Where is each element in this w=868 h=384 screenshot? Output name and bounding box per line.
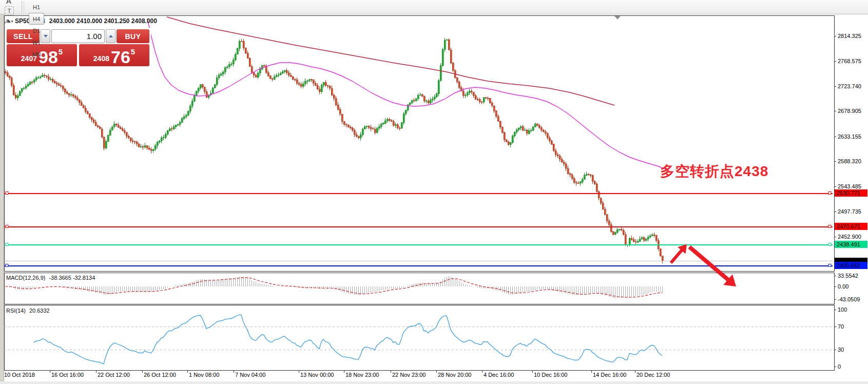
buy-price-handle: 2408 — [93, 54, 109, 63]
time-axis-label: 13 Nov 00:00 — [300, 372, 334, 378]
buy-price-pip: 5 — [131, 47, 135, 56]
macd-indicator-label: MACD(12,26,9)-38.3665 -32.8134 — [6, 275, 99, 281]
price-label: 2438.491 — [837, 241, 860, 247]
pane-border — [5, 273, 835, 304]
price-axis-tick: 2723.740 — [838, 83, 861, 89]
time-axis-label: 28 Nov 20:00 — [438, 372, 471, 378]
price-label: 2530.771 — [837, 190, 860, 196]
time-axis-label: 4 Dec 16:00 — [484, 372, 514, 378]
macd-axis-label: -43.0509 — [838, 296, 860, 302]
price-label: 2470.671 — [837, 223, 860, 229]
sell-price-pip: 5 — [59, 47, 63, 56]
time-axis-label: 18 Nov 23:00 — [345, 372, 379, 378]
level-handle[interactable] — [6, 225, 8, 228]
dropdown-caret-icon: ▼ — [10, 20, 14, 23]
time-axis-label: 22 Oct 12:00 — [98, 372, 130, 378]
price-axis-tick: 2678.905 — [838, 108, 861, 114]
toolbar-icon-group: FAT↗▼ — [2, 0, 16, 27]
window-bottom-edge — [0, 381, 868, 384]
rsi-axis-label: 70 — [838, 323, 844, 330]
trend-arrow-shaft[interactable] — [689, 247, 729, 280]
price-axis-tick: 2768.575 — [838, 58, 861, 64]
level-handle[interactable] — [828, 264, 831, 267]
timeframe-w1[interactable]: W1 — [29, 36, 44, 48]
text-box-icon[interactable]: T — [5, 6, 14, 15]
level-handle[interactable] — [828, 192, 831, 195]
main-toolbar: FAT↗▼ M1M5M15M30H1H4D1W1MN — [0, 0, 868, 14]
volume-increase-button[interactable] — [106, 29, 115, 43]
chart-shift-marker-icon[interactable] — [614, 16, 621, 20]
level-handle[interactable] — [828, 243, 831, 246]
price-label: 2400.662 — [837, 262, 860, 268]
rsi-name: RSI(14) — [6, 308, 26, 314]
text-label-icon[interactable]: A — [3, 0, 15, 6]
macd-axis-label: 33.5542 — [838, 273, 858, 279]
time-axis-label: 26 Oct 12:00 — [144, 372, 176, 378]
macd-axis-label: 0.00 — [838, 283, 848, 290]
price-axis-tick: 2452.900 — [838, 234, 861, 240]
pane-border — [5, 305, 835, 371]
level-handle[interactable] — [6, 192, 8, 195]
price-axis-tick: 2633.155 — [838, 133, 861, 140]
buy-price-big: 76 — [111, 49, 130, 65]
one-click-trade-panel: SELL BUY 2407 98 5 2408 76 5 — [5, 28, 151, 68]
rsi-axis-label: 100 — [838, 306, 847, 313]
time-axis-label: 22 Nov 23:00 — [392, 372, 426, 378]
macd-name: MACD(12,26,9) — [6, 275, 45, 281]
timeframe-h4[interactable]: H4 — [29, 13, 44, 25]
rsi-indicator-label: RSI(14)20.6332 — [6, 308, 53, 314]
timeframe-toolbar: M1M5M15M30H1H4D1W1MN — [28, 0, 45, 60]
time-axis-label: 10 Dec 16:00 — [534, 372, 567, 378]
price-axis-tick: 2543.485 — [838, 183, 861, 189]
volume-input[interactable] — [51, 29, 105, 43]
macd-values: -38.3665 -32.8134 — [49, 275, 95, 281]
up-arrow-icon — [109, 35, 113, 37]
rsi-axis-label: 30 — [838, 347, 844, 353]
macd-histogram — [6, 276, 663, 298]
candlestick-series — [5, 38, 663, 263]
price-axis-tick: 2588.320 — [838, 158, 861, 164]
level-handle[interactable] — [828, 225, 831, 228]
timeframe-d1[interactable]: D1 — [29, 25, 44, 36]
time-axis-label: 1 Nov 08:00 — [189, 372, 219, 378]
ohlc-values: 2403.000 2410.000 2401.250 2408.000 — [49, 17, 157, 25]
window-left-edge — [0, 14, 4, 384]
time-axis-label: 7 Nov 04:00 — [235, 372, 265, 378]
buy-price-display[interactable]: 2408 76 5 — [79, 44, 149, 66]
toolbar-separator — [22, 2, 24, 13]
mt4-window: 2814.3252768.5752723.7402678.9052633.155… — [0, 0, 868, 384]
timeframe-mn[interactable]: MN — [29, 48, 44, 60]
price-axis-tick: 2814.325 — [838, 33, 861, 39]
price-axis-tick: 2497.735 — [838, 208, 861, 215]
ma-fast-line — [147, 18, 666, 169]
time-axis-label: 14 Dec 16:00 — [593, 372, 626, 378]
level-handle[interactable] — [6, 243, 8, 246]
rsi-line — [34, 315, 662, 364]
level-handle[interactable] — [6, 264, 8, 267]
arrow-objects-icon[interactable]: ↗▼ — [3, 15, 15, 27]
timeframe-h1[interactable]: H1 — [29, 1, 44, 13]
time-axis-label: 10 Oct 2018 — [4, 372, 35, 378]
rsi-value: 20.6332 — [29, 308, 50, 314]
buy-button[interactable]: BUY — [117, 29, 149, 43]
time-axis-label: 16 Oct 16:00 — [51, 372, 84, 378]
rsi-axis-label: 0 — [838, 363, 841, 370]
chart-text-annotation: 多空转折点2438 — [660, 162, 768, 181]
time-axis-label: 20 Dec 12:00 — [636, 372, 670, 378]
